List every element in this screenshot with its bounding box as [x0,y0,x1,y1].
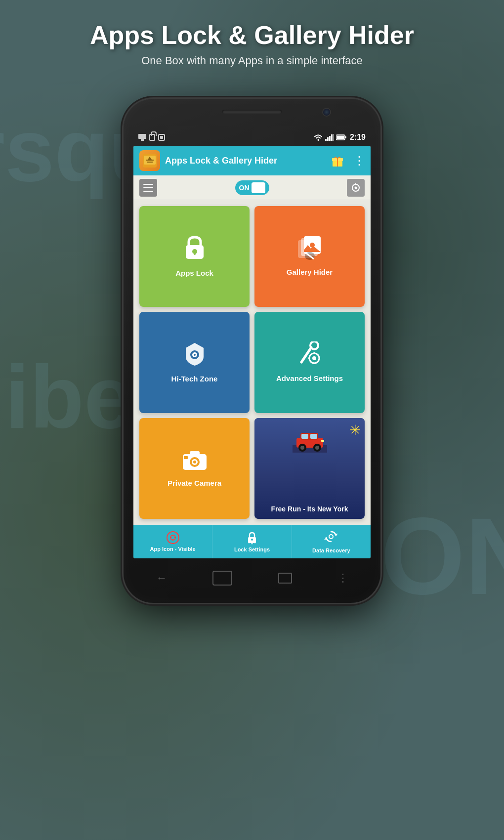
data-recovery-label: Data Recovery [312,547,350,553]
free-run-background: ✳ Free Run - Its New York [254,418,365,519]
apps-lock-icon [183,235,207,264]
free-run-star-icon: ✳ [349,422,361,438]
grid-item-gallery-hider[interactable]: Gallery Hider [254,206,365,307]
app-icon-visible-label: App Icon - Visible [150,546,196,552]
app-grid: Apps Lock Gallery Hider [133,200,371,525]
data-recovery-icon [324,530,338,546]
secondary-toolbar: ON [133,175,371,200]
app-icon-visible-icon [167,531,179,544]
recent-apps-button[interactable] [278,573,292,584]
grid-item-advanced-settings[interactable]: Advanced Settings [254,312,365,413]
svg-rect-11 [336,136,344,139]
private-camera-label: Private Camera [168,478,221,488]
svg-point-70 [329,535,333,539]
svg-rect-7 [331,134,333,141]
page-subtitle-text: One Box with many Apps in a simple inter… [0,54,504,67]
svg-point-69 [254,542,255,544]
svg-point-58 [315,446,319,450]
grid-item-private-camera[interactable]: Private Camera [139,418,250,519]
app-screen: Apps Lock & Gallery Hider ⋮ ON [133,146,371,558]
advanced-settings-label: Advanced Settings [276,374,343,383]
free-run-car-icon [293,428,327,459]
status-icons-left [138,134,165,141]
lock-status-icon [149,134,155,141]
lock-settings-label: Lock Settings [234,546,270,552]
app-toolbar-title: Apps Lock & Gallery Hider [165,156,326,166]
svg-rect-0 [138,134,146,139]
wifi-icon [313,134,323,141]
page-header: Apps Lock & Gallery Hider One Box with m… [0,20,504,67]
hitech-zone-icon [182,341,208,370]
phone-device: 2:19 Apps Lock & Gallery Hider [124,99,380,603]
gallery-hider-label: Gallery Hider [287,267,333,277]
svg-rect-16 [147,162,153,163]
svg-rect-53 [301,434,308,439]
svg-point-39 [312,356,316,360]
svg-rect-15 [146,160,154,161]
free-run-label: Free Run - Its New York [271,505,348,513]
gift-icon[interactable] [331,154,344,168]
status-icons-right: 2:19 [313,133,366,142]
advanced-settings-icon [297,341,322,370]
phone-camera [322,108,331,117]
svg-rect-45 [190,451,200,456]
svg-rect-19 [337,158,338,167]
home-button[interactable] [212,571,232,586]
svg-point-37 [310,341,318,349]
phone-speaker [222,110,282,114]
svg-rect-8 [333,134,334,141]
svg-rect-4 [325,139,327,141]
nav-item-data-recovery[interactable]: Data Recovery [292,525,371,558]
bottom-nav: App Icon - Visible Lock Settings [133,525,371,558]
toggle-label: ON [239,184,250,192]
phone-status-icon [158,134,165,141]
svg-point-68 [251,543,252,545]
svg-rect-6 [329,136,331,141]
svg-point-35 [194,354,196,356]
hamburger-button[interactable] [139,179,157,197]
nav-item-lock-settings[interactable]: Lock Settings [212,525,292,558]
settings-icon-btn[interactable] [347,179,365,197]
svg-point-49 [193,461,196,463]
grid-item-free-run[interactable]: ✳ Free Run - Its New York [254,418,365,519]
svg-point-66 [251,539,253,541]
app-icon [139,150,160,171]
svg-point-67 [248,542,250,544]
more-menu-btn[interactable]: ⋮ [353,154,365,168]
phone-home-bar: ← ⋮ [133,563,371,593]
svg-point-56 [300,446,304,450]
private-camera-icon [182,449,208,474]
toggle-knob [252,182,265,193]
svg-rect-54 [310,434,317,439]
gallery-hider-icon [297,236,323,263]
page-title-text: Apps Lock & Gallery Hider [0,20,504,50]
status-bar: 2:19 [133,128,371,146]
svg-rect-59 [321,440,324,442]
back-button[interactable]: ← [156,572,167,585]
options-button[interactable]: ⋮ [337,572,348,585]
apps-lock-label: Apps Lock [175,268,213,278]
svg-rect-26 [194,252,196,255]
grid-item-apps-lock[interactable]: Apps Lock [139,206,250,307]
notification-icon [138,134,146,141]
lock-settings-icon [245,531,259,545]
battery-icon [336,134,347,140]
signal-icon [325,134,334,141]
svg-rect-3 [160,136,163,139]
app-toolbar: Apps Lock & Gallery Hider ⋮ [133,146,371,175]
svg-rect-10 [345,136,346,138]
toggle-button[interactable]: ON [235,180,269,195]
grid-item-hitech-zone[interactable]: Hi-Tech Zone [139,312,250,413]
svg-point-23 [355,186,357,189]
svg-rect-1 [141,139,144,141]
svg-rect-5 [327,137,329,141]
nav-item-app-icon-visible[interactable]: App Icon - Visible [133,525,212,558]
hitech-zone-label: Hi-Tech Zone [171,374,218,384]
svg-rect-46 [184,456,188,459]
clock-time: 2:19 [350,133,366,142]
